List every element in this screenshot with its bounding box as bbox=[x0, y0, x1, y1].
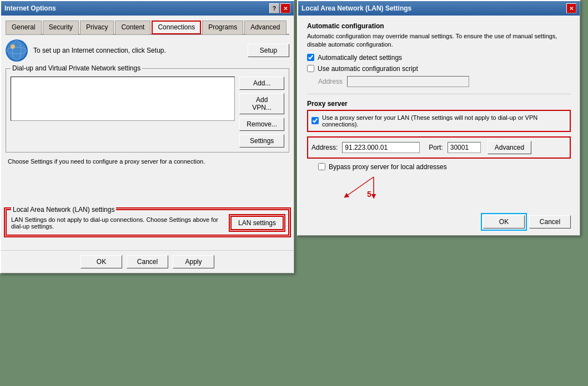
proxy-use-row-outlined: Use a proxy server for your LAN (These s… bbox=[307, 110, 571, 132]
vpn-group-label: Dial-up and Virtual Private Network sett… bbox=[11, 64, 142, 72]
use-proxy-row: Use a proxy server for your LAN (These s… bbox=[311, 114, 566, 128]
proxy-server-title: Proxy server bbox=[307, 100, 571, 108]
lan-settings-button[interactable]: LAN settings bbox=[230, 216, 284, 230]
tab-privacy[interactable]: Privacy bbox=[80, 21, 114, 34]
advanced-button[interactable]: Advanced bbox=[488, 141, 531, 154]
internet-options-content: General Security Privacy Content Connect… bbox=[1, 16, 294, 246]
io-cancel-button[interactable]: Cancel bbox=[127, 255, 168, 268]
setup-row: To set up an Internet connection, click … bbox=[6, 39, 289, 62]
svg-point-3 bbox=[11, 44, 15, 49]
lan-settings-dialog: Local Area Network (LAN) Settings ✕ Auto… bbox=[297, 0, 580, 236]
bypass-label: Bypass proxy server for local addresses bbox=[329, 163, 447, 171]
tab-security[interactable]: Security bbox=[43, 21, 79, 34]
internet-options-dialog: Internet Options ? ✕ General Security Pr… bbox=[0, 0, 294, 273]
close-button[interactable]: ✕ bbox=[280, 3, 290, 13]
auto-config-title: Automatic configuration bbox=[307, 22, 571, 30]
auto-detect-checkbox[interactable] bbox=[307, 54, 314, 61]
use-proxy-label: Use a proxy server for your LAN (These s… bbox=[322, 114, 566, 128]
bypass-proxy-checkbox[interactable] bbox=[318, 163, 325, 170]
tab-advanced[interactable]: Advanced bbox=[244, 21, 286, 34]
tab-content[interactable]: Content bbox=[115, 21, 150, 34]
lan-groupbox: Local Area Network (LAN) settings LAN Se… bbox=[6, 209, 289, 236]
lan-ok-button[interactable]: OK bbox=[483, 215, 525, 228]
lan-settings-titlebar: Local Area Network (LAN) Settings ✕ bbox=[298, 1, 580, 16]
script-address-input[interactable] bbox=[347, 76, 469, 87]
lan-group-label: Local Area Network (LAN) settings bbox=[11, 206, 116, 214]
lan-cancel-button[interactable]: Cancel bbox=[529, 215, 571, 228]
port-input[interactable] bbox=[448, 142, 481, 153]
script-address-row: Address bbox=[318, 76, 571, 87]
add-button[interactable]: Add... bbox=[239, 77, 284, 90]
svg-point-0 bbox=[7, 40, 27, 60]
use-script-row: Use automatic configuration script bbox=[307, 65, 571, 73]
help-button[interactable]: ? bbox=[269, 3, 279, 13]
proxy-address-port-outlined: Address: Port: Advanced bbox=[307, 136, 571, 159]
bypass-row: Bypass proxy server for local addresses bbox=[318, 163, 571, 171]
use-proxy-checkbox[interactable] bbox=[311, 117, 319, 124]
lan-settings-title: Local Area Network (LAN) Settings bbox=[301, 4, 411, 12]
port-field-label: Port: bbox=[429, 144, 443, 151]
lan-bottom-buttons: OK Cancel bbox=[307, 211, 571, 228]
internet-options-title: Internet Options bbox=[4, 4, 56, 12]
tabs-bar: General Security Privacy Content Connect… bbox=[6, 20, 289, 35]
setup-text: To set up an Internet connection, click … bbox=[33, 47, 242, 54]
io-ok-button[interactable]: OK bbox=[81, 255, 122, 268]
vpn-content: Add... Add VPN... Remove... Settings bbox=[11, 77, 284, 148]
lan-settings-content: Automatic configuration Automatic config… bbox=[298, 16, 580, 235]
lan-titlebar-buttons: ✕ bbox=[566, 3, 576, 13]
vpn-groupbox: Dial-up and Virtual Private Network sett… bbox=[6, 68, 289, 153]
settings-button[interactable]: Settings bbox=[239, 134, 284, 148]
address-field-label: Address: bbox=[311, 144, 338, 151]
use-script-label: Use automatic configuration script bbox=[318, 65, 418, 73]
titlebar-buttons: ? ✕ bbox=[269, 3, 290, 13]
remove-button[interactable]: Remove... bbox=[239, 118, 284, 131]
lan-section: Local Area Network (LAN) settings LAN Se… bbox=[6, 209, 289, 236]
vpn-listbox[interactable] bbox=[11, 77, 235, 121]
lan-desc: LAN Settings do not apply to dial-up con… bbox=[11, 216, 224, 230]
tab-connections[interactable]: Connections bbox=[152, 21, 201, 34]
annotation-arrows bbox=[329, 174, 440, 202]
auto-detect-label: Automatically detect settings bbox=[318, 54, 402, 62]
tab-programs[interactable]: Programs bbox=[202, 21, 243, 34]
auto-detect-row: Automatically detect settings bbox=[307, 54, 571, 62]
io-bottom-buttons: OK Cancel Apply bbox=[1, 250, 294, 273]
setup-button[interactable]: Setup bbox=[248, 44, 289, 57]
script-address-label: Address bbox=[318, 78, 343, 85]
lan-row: LAN Settings do not apply to dial-up con… bbox=[11, 216, 284, 230]
tab-general[interactable]: General bbox=[6, 21, 42, 34]
internet-options-titlebar: Internet Options ? ✕ bbox=[1, 1, 294, 16]
add-vpn-button[interactable]: Add VPN... bbox=[239, 93, 284, 114]
annotation-area: 5 bbox=[307, 174, 571, 202]
auto-config-desc: Automatic configuration may override man… bbox=[307, 32, 571, 49]
lan-close-button[interactable]: ✕ bbox=[566, 3, 576, 13]
vpn-buttons: Add... Add VPN... Remove... Settings bbox=[239, 77, 284, 148]
use-script-checkbox[interactable] bbox=[307, 65, 314, 72]
connection-icon bbox=[6, 39, 28, 62]
annotation-number: 5 bbox=[367, 190, 371, 199]
address-input[interactable] bbox=[342, 142, 420, 153]
io-apply-button[interactable]: Apply bbox=[173, 255, 214, 268]
proxy-description: Choose Settings if you need to configure… bbox=[6, 158, 289, 165]
